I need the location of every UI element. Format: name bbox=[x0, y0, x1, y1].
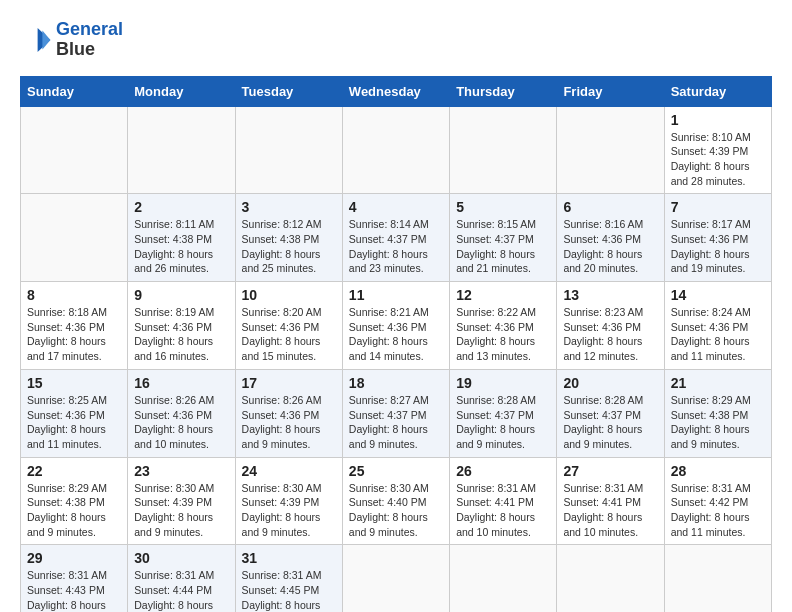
calendar-row: 22Sunrise: 8:29 AMSunset: 4:38 PMDayligh… bbox=[21, 457, 772, 545]
calendar-cell: 12Sunrise: 8:22 AMSunset: 4:36 PMDayligh… bbox=[450, 282, 557, 370]
calendar-cell: 10Sunrise: 8:20 AMSunset: 4:36 PMDayligh… bbox=[235, 282, 342, 370]
calendar-cell: 7Sunrise: 8:17 AMSunset: 4:36 PMDaylight… bbox=[664, 194, 771, 282]
header-sunday: Sunday bbox=[21, 76, 128, 106]
calendar-cell: 5Sunrise: 8:15 AMSunset: 4:37 PMDaylight… bbox=[450, 194, 557, 282]
calendar-row: 2Sunrise: 8:11 AMSunset: 4:38 PMDaylight… bbox=[21, 194, 772, 282]
calendar-cell: 28Sunrise: 8:31 AMSunset: 4:42 PMDayligh… bbox=[664, 457, 771, 545]
calendar-cell-empty bbox=[21, 106, 128, 194]
calendar-cell: 8Sunrise: 8:18 AMSunset: 4:36 PMDaylight… bbox=[21, 282, 128, 370]
calendar-cell-empty bbox=[450, 106, 557, 194]
calendar-cell: 3Sunrise: 8:12 AMSunset: 4:38 PMDaylight… bbox=[235, 194, 342, 282]
calendar-cell: 30Sunrise: 8:31 AMSunset: 4:44 PMDayligh… bbox=[128, 545, 235, 612]
calendar-cell-empty bbox=[342, 545, 449, 612]
calendar-cell: 21Sunrise: 8:29 AMSunset: 4:38 PMDayligh… bbox=[664, 369, 771, 457]
header-saturday: Saturday bbox=[664, 76, 771, 106]
logo-icon bbox=[20, 24, 52, 56]
calendar-cell-empty bbox=[21, 194, 128, 282]
calendar-cell: 29Sunrise: 8:31 AMSunset: 4:43 PMDayligh… bbox=[21, 545, 128, 612]
calendar-cell-empty bbox=[557, 106, 664, 194]
header-monday: Monday bbox=[128, 76, 235, 106]
calendar-row: 1Sunrise: 8:10 AMSunset: 4:39 PMDaylight… bbox=[21, 106, 772, 194]
calendar-header: SundayMondayTuesdayWednesdayThursdayFrid… bbox=[21, 76, 772, 106]
header-thursday: Thursday bbox=[450, 76, 557, 106]
calendar-cell: 25Sunrise: 8:30 AMSunset: 4:40 PMDayligh… bbox=[342, 457, 449, 545]
calendar-cell: 20Sunrise: 8:28 AMSunset: 4:37 PMDayligh… bbox=[557, 369, 664, 457]
calendar-row: 15Sunrise: 8:25 AMSunset: 4:36 PMDayligh… bbox=[21, 369, 772, 457]
calendar-cell: 15Sunrise: 8:25 AMSunset: 4:36 PMDayligh… bbox=[21, 369, 128, 457]
calendar-body: 1Sunrise: 8:10 AMSunset: 4:39 PMDaylight… bbox=[21, 106, 772, 612]
calendar-cell: 1Sunrise: 8:10 AMSunset: 4:39 PMDaylight… bbox=[664, 106, 771, 194]
header-friday: Friday bbox=[557, 76, 664, 106]
svg-marker-1 bbox=[42, 30, 50, 49]
calendar-cell-empty bbox=[557, 545, 664, 612]
calendar-cell: 2Sunrise: 8:11 AMSunset: 4:38 PMDaylight… bbox=[128, 194, 235, 282]
calendar-cell: 4Sunrise: 8:14 AMSunset: 4:37 PMDaylight… bbox=[342, 194, 449, 282]
calendar-cell: 22Sunrise: 8:29 AMSunset: 4:38 PMDayligh… bbox=[21, 457, 128, 545]
calendar-cell-empty bbox=[664, 545, 771, 612]
calendar-cell-empty bbox=[235, 106, 342, 194]
calendar-cell: 19Sunrise: 8:28 AMSunset: 4:37 PMDayligh… bbox=[450, 369, 557, 457]
calendar-table: SundayMondayTuesdayWednesdayThursdayFrid… bbox=[20, 76, 772, 612]
calendar-cell: 23Sunrise: 8:30 AMSunset: 4:39 PMDayligh… bbox=[128, 457, 235, 545]
page-header: General Blue bbox=[20, 20, 772, 60]
calendar-cell: 11Sunrise: 8:21 AMSunset: 4:36 PMDayligh… bbox=[342, 282, 449, 370]
calendar-cell-empty bbox=[342, 106, 449, 194]
calendar-cell: 6Sunrise: 8:16 AMSunset: 4:36 PMDaylight… bbox=[557, 194, 664, 282]
calendar-cell: 31Sunrise: 8:31 AMSunset: 4:45 PMDayligh… bbox=[235, 545, 342, 612]
calendar-cell: 26Sunrise: 8:31 AMSunset: 4:41 PMDayligh… bbox=[450, 457, 557, 545]
logo: General Blue bbox=[20, 20, 123, 60]
calendar-row: 29Sunrise: 8:31 AMSunset: 4:43 PMDayligh… bbox=[21, 545, 772, 612]
calendar-cell: 14Sunrise: 8:24 AMSunset: 4:36 PMDayligh… bbox=[664, 282, 771, 370]
calendar-cell-empty bbox=[450, 545, 557, 612]
calendar-cell: 17Sunrise: 8:26 AMSunset: 4:36 PMDayligh… bbox=[235, 369, 342, 457]
logo-text: General Blue bbox=[56, 20, 123, 60]
header-wednesday: Wednesday bbox=[342, 76, 449, 106]
header-row: SundayMondayTuesdayWednesdayThursdayFrid… bbox=[21, 76, 772, 106]
calendar-cell: 9Sunrise: 8:19 AMSunset: 4:36 PMDaylight… bbox=[128, 282, 235, 370]
calendar-cell: 13Sunrise: 8:23 AMSunset: 4:36 PMDayligh… bbox=[557, 282, 664, 370]
calendar-cell: 16Sunrise: 8:26 AMSunset: 4:36 PMDayligh… bbox=[128, 369, 235, 457]
calendar-row: 8Sunrise: 8:18 AMSunset: 4:36 PMDaylight… bbox=[21, 282, 772, 370]
calendar-cell: 24Sunrise: 8:30 AMSunset: 4:39 PMDayligh… bbox=[235, 457, 342, 545]
calendar-cell-empty bbox=[128, 106, 235, 194]
calendar-cell: 27Sunrise: 8:31 AMSunset: 4:41 PMDayligh… bbox=[557, 457, 664, 545]
header-tuesday: Tuesday bbox=[235, 76, 342, 106]
calendar-cell: 18Sunrise: 8:27 AMSunset: 4:37 PMDayligh… bbox=[342, 369, 449, 457]
